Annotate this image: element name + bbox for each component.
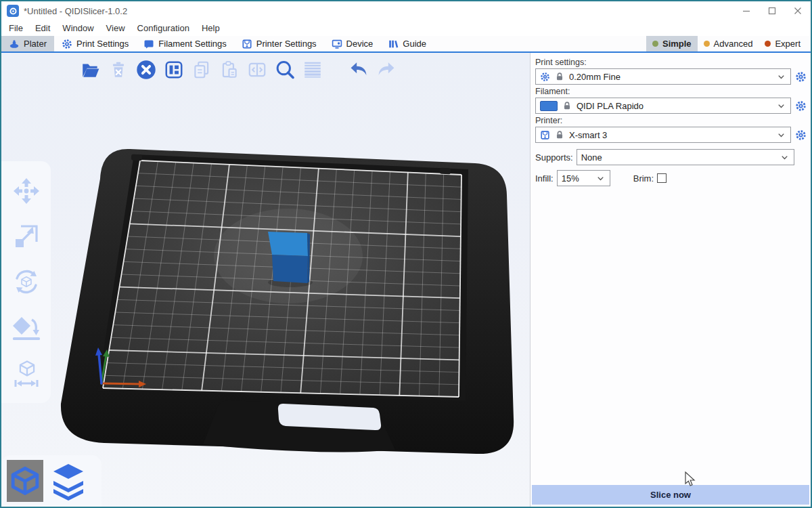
menu-configuration[interactable]: Configuration	[131, 20, 196, 36]
print-settings-combo[interactable]: 0.20mm Fine	[535, 68, 791, 85]
tab-label: Printer Settings	[256, 39, 317, 49]
edit-printer-button[interactable]	[795, 129, 807, 141]
open-button[interactable]	[80, 58, 102, 81]
tab-plater[interactable]: Plater	[1, 36, 54, 51]
menu-file[interactable]: File	[3, 20, 29, 36]
move-icon	[12, 176, 41, 206]
paste-icon	[219, 60, 240, 80]
brim-checkbox[interactable]	[657, 173, 667, 183]
chevron-down-icon	[776, 130, 786, 140]
variable-layer-height-button[interactable]	[302, 58, 323, 81]
chevron-down-icon	[776, 101, 786, 111]
title-bar: *Untitled - QIDISlicer-1.0.2	[1, 1, 811, 20]
menu-edit[interactable]: Edit	[29, 20, 56, 36]
arrange-icon	[164, 60, 184, 80]
move-tool-button[interactable]	[11, 175, 42, 207]
delete-all-button[interactable]	[135, 58, 157, 81]
measure-tool-button[interactable]	[11, 358, 42, 389]
guide-icon	[388, 39, 399, 49]
mode-advanced[interactable]: Advanced	[698, 36, 759, 51]
brim-label: Brim:	[633, 173, 654, 184]
slice-now-button[interactable]: Slice now	[532, 485, 809, 505]
app-window: *Untitled - QIDISlicer-1.0.2 File Edit W…	[0, 0, 812, 508]
tab-bar: Plater Print Settings Filament Settings …	[1, 36, 811, 53]
minimize-button[interactable]	[734, 2, 759, 20]
filament-combo[interactable]: QIDI PLA Rapido	[535, 98, 791, 114]
undo-button[interactable]	[348, 58, 369, 81]
print-settings-value: 0.20mm Fine	[569, 72, 771, 82]
edit-print-settings-button[interactable]	[795, 71, 807, 83]
lock-icon	[555, 72, 564, 81]
tab-label: Plater	[24, 39, 47, 49]
bed-handle-cutout	[278, 404, 381, 430]
scale-icon	[12, 221, 41, 251]
gear-icon	[795, 100, 807, 112]
supports-label: Supports:	[535, 152, 573, 163]
app-logo-icon	[7, 5, 19, 17]
tab-label: Guide	[403, 39, 426, 49]
split-button[interactable]	[246, 58, 268, 81]
simple-dot-icon	[652, 41, 658, 47]
infill-combo[interactable]: 15%	[557, 170, 610, 186]
view-toggle-panel	[1, 455, 102, 507]
tab-filament-settings[interactable]: Filament Settings	[136, 36, 233, 51]
filament-color-swatch	[540, 101, 558, 111]
place-on-face-icon	[12, 313, 41, 343]
filament-value: QIDI PLA Rapido	[577, 101, 771, 111]
filament-label: Filament:	[535, 87, 807, 96]
rotate-icon	[12, 267, 41, 297]
gear-icon	[795, 71, 807, 83]
advanced-dot-icon	[704, 41, 710, 47]
redo-button[interactable]	[376, 58, 397, 81]
chevron-down-icon	[776, 72, 786, 82]
chevron-down-icon	[595, 173, 606, 184]
settings-sidebar: Print settings: 0.20mm Fine Filament: QI…	[531, 53, 811, 507]
rotate-tool-button[interactable]	[11, 266, 42, 297]
infill-label: Infill:	[535, 173, 554, 184]
delete-button[interactable]	[108, 58, 129, 81]
chevron-down-icon	[780, 152, 790, 163]
close-button[interactable]	[785, 2, 811, 20]
search-button[interactable]	[274, 58, 296, 81]
tab-guide[interactable]: Guide	[380, 36, 434, 51]
expert-dot-icon	[765, 41, 771, 47]
scale-tool-button[interactable]	[11, 221, 42, 252]
gear-icon	[62, 39, 72, 49]
printer-combo[interactable]: X-smart 3	[535, 127, 791, 143]
layers-lines-icon	[302, 60, 323, 80]
search-icon	[274, 59, 296, 81]
copy-button[interactable]	[191, 58, 212, 81]
printer-icon	[242, 39, 252, 49]
tab-label: Filament Settings	[158, 39, 226, 49]
maximize-button[interactable]	[759, 2, 785, 20]
lock-icon	[562, 101, 572, 110]
tab-device[interactable]: Device	[324, 36, 381, 51]
viewport-3d[interactable]	[1, 53, 531, 507]
filament-icon	[143, 39, 154, 49]
window-title: *Untitled - QIDISlicer-1.0.2	[24, 6, 127, 16]
tab-print-settings[interactable]: Print Settings	[54, 36, 136, 51]
model-cube[interactable]	[268, 232, 313, 287]
tab-printer-settings[interactable]: Printer Settings	[234, 36, 324, 51]
supports-combo[interactable]: None	[577, 149, 794, 165]
layers-stack-icon	[49, 461, 87, 501]
tab-label: Device	[346, 39, 374, 49]
arrange-button[interactable]	[163, 58, 185, 81]
editor-3d-view-button[interactable]	[7, 460, 43, 502]
lock-icon	[555, 130, 564, 140]
plater-icon	[9, 39, 20, 49]
edit-filament-button[interactable]	[795, 100, 807, 112]
menu-help[interactable]: Help	[196, 20, 226, 36]
mode-expert[interactable]: Expert	[759, 36, 807, 51]
supports-value: None	[581, 152, 775, 163]
menu-window[interactable]: Window	[56, 20, 99, 36]
preview-view-button[interactable]	[47, 460, 89, 502]
menu-view[interactable]: View	[100, 20, 131, 36]
measure-icon	[12, 358, 41, 388]
mode-selector: Simple Advanced Expert	[646, 36, 811, 51]
paste-button[interactable]	[219, 58, 240, 81]
delete-all-icon	[135, 59, 157, 81]
gear-icon	[795, 129, 807, 141]
mode-simple[interactable]: Simple	[646, 36, 698, 51]
place-on-face-tool-button[interactable]	[11, 312, 42, 343]
